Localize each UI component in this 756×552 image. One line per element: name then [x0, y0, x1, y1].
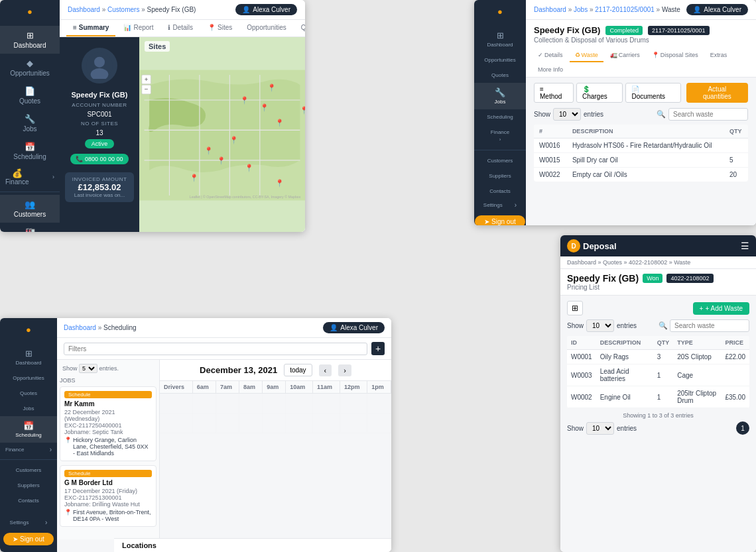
slot-cell[interactable] — [367, 414, 391, 433]
job-header: Speedy Fix (GB) Completed 2117-2011025/0… — [526, 20, 756, 46]
phone-button[interactable]: 📞 0800 00 00 00 — [70, 154, 128, 164]
slot-cell[interactable] — [239, 414, 263, 433]
br-bc-dashboard[interactable]: Dashboard — [567, 259, 596, 266]
tr-search-input[interactable] — [668, 108, 748, 121]
bl-sidebar-dashboard[interactable]: ⊞ Dashboard — [0, 344, 57, 370]
invoice-box: Invoiced Amount £12,853.02 Last invoice … — [65, 172, 134, 202]
bl-sidebar-opportunities[interactable]: Opportunities — [0, 370, 57, 386]
tr-sidebar-quotes[interactable]: Quotes — [474, 68, 526, 83]
slot-cell[interactable] — [216, 394, 239, 414]
bl-bc-dashboard[interactable]: Dashboard — [64, 324, 96, 331]
tr-sidebar-contacts[interactable]: Contacts — [474, 184, 526, 199]
pagination-button[interactable]: 1 — [736, 421, 749, 435]
tab-disposal-sites[interactable]: 📍 Disposal Sites — [647, 49, 704, 62]
actual-quantities-button[interactable]: Actual quantities — [686, 83, 748, 103]
tab-details[interactable]: ✓ Details — [533, 49, 568, 62]
bl-sidebar-quotes[interactable]: Quotes — [0, 386, 57, 401]
filter-input[interactable] — [64, 343, 367, 355]
sidebar-item-suppliers[interactable]: 🏭 Suppliers — [0, 223, 60, 232]
slot-cell[interactable] — [286, 414, 313, 433]
job-card-2[interactable]: Schedule G M Border Ltd 17 December 2021… — [60, 465, 157, 527]
scheduling-panel: ● ⊞ Dashboard Opportunities Quotes Jobs … — [0, 318, 391, 552]
slot-cell[interactable] — [340, 394, 367, 414]
tr-sidebar-customers[interactable]: Customers — [474, 153, 526, 168]
tab-summary[interactable]: ≡ Summary — [66, 20, 115, 36]
sidebar-item-opportunities[interactable]: ◆ Opportunities — [0, 54, 60, 82]
slot-cell[interactable] — [216, 414, 239, 433]
calendar-area: December 13, 2021 today ‹ › Drivers 6am … — [160, 360, 391, 539]
today-button[interactable]: today — [284, 364, 312, 376]
add-filter-button[interactable]: + — [371, 342, 385, 355]
tab-details[interactable]: ℹ Details — [161, 20, 200, 36]
br-footer-select[interactable]: 10 — [586, 422, 614, 435]
bl-settings-button[interactable]: Settings › — [6, 516, 52, 529]
tab-opportunities[interactable]: Opportunities — [240, 20, 292, 36]
slot-cell[interactable] — [340, 414, 367, 433]
tr-sidebar-jobs[interactable]: 🔧 Jobs — [474, 83, 526, 109]
tr-sidebar-suppliers[interactable]: Suppliers — [474, 168, 526, 184]
tab-quotes[interactable]: Quotes — [294, 20, 305, 36]
slot-cell[interactable] — [367, 394, 391, 414]
tr-show-select[interactable]: 10 — [553, 108, 581, 121]
tab-carriers[interactable]: 🚛 Carriers — [605, 49, 645, 62]
tab-charges[interactable]: 💲 Charges — [576, 83, 623, 103]
bl-breadcrumb: Dashboard » Scheduling — [64, 324, 137, 331]
sidebar-item-finance[interactable]: 💰 Finance › — [0, 165, 60, 189]
tr-sidebar-opportunities[interactable]: Opportunities — [474, 52, 526, 68]
carriers-icon: 🚛 — [610, 52, 617, 58]
bl-sidebar-finance[interactable]: Finance › — [0, 443, 57, 457]
tr-sidebar-finance[interactable]: Finance › — [474, 125, 526, 147]
time-6am: 6am — [192, 381, 216, 394]
tab-documents[interactable]: 📄 Documents — [625, 83, 680, 103]
slot-cell[interactable] — [192, 394, 216, 414]
grid-view-button[interactable]: ⊞ — [567, 301, 583, 315]
slot-cell[interactable] — [313, 394, 340, 414]
slot-cell[interactable] — [192, 414, 216, 433]
next-button[interactable]: › — [338, 364, 351, 376]
bl-sidebar-customers[interactable]: Customers — [0, 463, 57, 478]
tr-sidebar-dashboard[interactable]: ⊞ Dashboard — [474, 26, 526, 52]
add-waste-button[interactable]: + + Add Waste — [693, 302, 749, 315]
slot-cell[interactable] — [286, 394, 313, 414]
bl-sidebar-suppliers[interactable]: Suppliers — [0, 478, 57, 493]
hamburger-icon[interactable]: ☰ — [741, 241, 749, 251]
svg-text:📍: 📍 — [300, 106, 305, 115]
br-bc-quotes[interactable]: Quotes — [603, 259, 622, 266]
sidebar-item-customers[interactable]: 👥 Customers — [0, 195, 60, 223]
br-bc-quote-id[interactable]: 4022-2108002 — [629, 259, 667, 266]
slot-cell[interactable] — [313, 414, 340, 433]
tr-settings-button[interactable]: Settings › — [479, 199, 521, 211]
br-search-input[interactable] — [670, 319, 749, 332]
breadcrumb-customers[interactable]: Customers — [107, 6, 139, 13]
tr-sidebar-scheduling[interactable]: Scheduling — [474, 109, 526, 125]
bl-signout-button[interactable]: ➤ Sign out — [3, 533, 53, 545]
sidebar-item-dashboard[interactable]: ⊞ Dashboard — [0, 26, 60, 54]
tab-waste[interactable]: ♻ Waste — [570, 49, 603, 62]
breadcrumb-dashboard[interactable]: Dashboard — [68, 6, 100, 13]
tab-method[interactable]: ≡ Method — [534, 83, 574, 103]
bl-sidebar-contacts[interactable]: Contacts — [0, 493, 57, 508]
slot-cell[interactable] — [239, 394, 263, 414]
bl-sidebar-jobs[interactable]: Jobs — [0, 401, 57, 416]
tr-show-row: Show 10 entries — [534, 108, 603, 121]
tr-bc-jobs[interactable]: Jobs — [574, 6, 588, 13]
tr-bc-dashboard[interactable]: Dashboard — [534, 6, 566, 13]
tr-bc-job-id[interactable]: 2117-2011025/0001 — [595, 6, 655, 13]
tr-signout-button[interactable]: ➤ Sign out — [475, 215, 525, 225]
sidebar-item-quotes[interactable]: 📄 Quotes — [0, 82, 60, 109]
col-qty: QTY — [724, 125, 748, 138]
job-card-1[interactable]: Schedule Mr Kamm 22 December 2021 (Wedne… — [60, 386, 157, 461]
tab-report[interactable]: 📊 Report — [117, 20, 160, 36]
slot-cell[interactable] — [263, 394, 286, 414]
sidebar-item-jobs[interactable]: 🔧 Jobs — [0, 109, 60, 137]
tab-more-info[interactable]: More Info — [533, 64, 568, 77]
br-show-select[interactable]: 10 — [586, 319, 614, 332]
tab-extras[interactable]: Extras — [705, 49, 733, 62]
sidebar-item-scheduling[interactable]: 📅 Scheduling — [0, 137, 60, 165]
show-entries-select[interactable]: 5 — [79, 364, 97, 373]
prev-button[interactable]: ‹ — [319, 364, 332, 376]
table-row: W0002 Engine Oil 1 205ltr Cliptop Drum £… — [567, 386, 749, 408]
bl-sidebar-scheduling[interactable]: 📅 Scheduling — [0, 416, 57, 443]
slot-cell[interactable] — [263, 414, 286, 433]
tab-sites[interactable]: 📍 Sites — [201, 20, 239, 36]
